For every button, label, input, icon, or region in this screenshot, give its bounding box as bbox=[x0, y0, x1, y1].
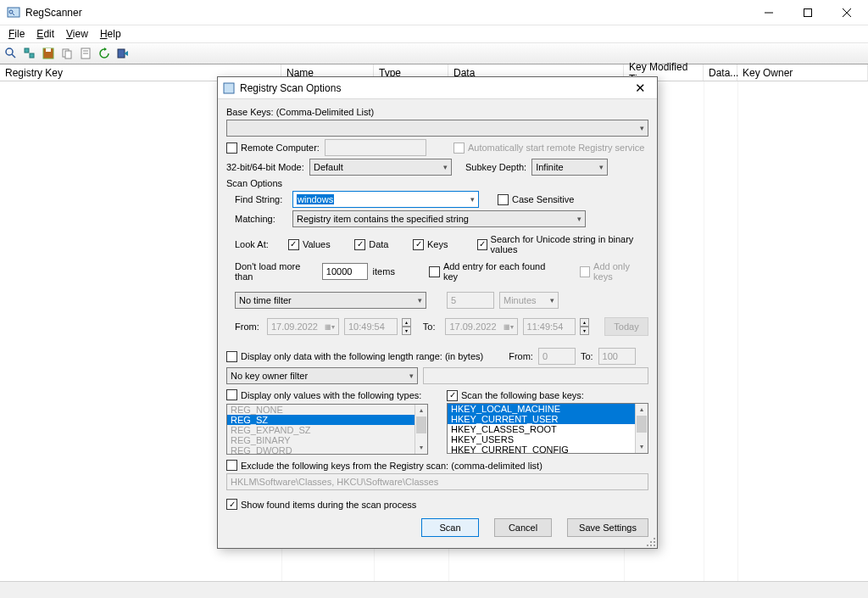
toolbar-properties-icon[interactable] bbox=[78, 46, 93, 61]
matching-label: Matching: bbox=[235, 214, 287, 224]
svg-line-8 bbox=[12, 54, 15, 58]
list-item: REG_BINARY bbox=[227, 435, 427, 445]
length-to-value: 100 bbox=[603, 351, 618, 361]
remote-computer-label: Remote Computer: bbox=[241, 143, 320, 153]
to-date-input: 17.09.2022▦▾ bbox=[445, 318, 517, 335]
exclude-keys-input: HKLM\Software\Classes, HKCU\Software\Cla… bbox=[226, 473, 648, 490]
items-label: items bbox=[373, 266, 395, 277]
menu-edit[interactable]: Edit bbox=[31, 26, 59, 42]
display-length-label: Display only data with the following len… bbox=[241, 351, 483, 361]
matching-combo[interactable]: Registry item contains the specified str… bbox=[292, 210, 586, 227]
mode-value: Default bbox=[314, 162, 343, 172]
svg-rect-4 bbox=[804, 8, 812, 16]
titlebar: RegScanner bbox=[0, 0, 868, 25]
add-entry-checkbox[interactable]: Add entry for each found key bbox=[429, 261, 556, 282]
list-item[interactable]: HKEY_CURRENT_USER bbox=[448, 414, 648, 424]
to-label: To: bbox=[423, 321, 441, 332]
key-owner-input bbox=[423, 367, 648, 384]
svg-point-7 bbox=[6, 48, 13, 55]
to-date-value: 17.09.2022 bbox=[449, 321, 496, 332]
unicode-checkbox[interactable]: Search for Unicode string in binary valu… bbox=[477, 234, 648, 254]
dont-load-label: Don't load more than bbox=[235, 261, 317, 282]
mode-label: 32-bit/64-bit Mode: bbox=[226, 162, 304, 172]
hkeys-listbox[interactable]: HKEY_LOCAL_MACHINE HKEY_CURRENT_USER HKE… bbox=[447, 403, 648, 454]
from-date-value: 17.09.2022 bbox=[271, 321, 318, 332]
scan-options-dialog: Registry Scan Options ✕ Base Keys: (Comm… bbox=[217, 76, 658, 549]
exclude-keys-checkbox[interactable]: Exclude the following keys from the Regi… bbox=[226, 460, 542, 471]
values-checkbox[interactable]: Values bbox=[288, 239, 331, 250]
list-item: REG_DWORD bbox=[227, 445, 427, 455]
key-owner-filter-value: No key owner filter bbox=[231, 371, 308, 381]
dialog-title: Registry Scan Options bbox=[240, 82, 628, 94]
remote-computer-input bbox=[325, 139, 426, 156]
max-items-input[interactable]: 10000 bbox=[322, 263, 368, 280]
scan-base-keys-checkbox[interactable]: Scan the following base keys: bbox=[447, 390, 584, 401]
scrollbar[interactable]: ▴▾ bbox=[635, 404, 648, 453]
length-from-value: 0 bbox=[542, 351, 548, 361]
show-found-checkbox[interactable]: Show found items during the scan process bbox=[226, 499, 416, 510]
menu-file[interactable]: File bbox=[3, 26, 30, 42]
matching-value: Registry item contains the specified str… bbox=[297, 214, 469, 224]
list-item[interactable]: HKEY_LOCAL_MACHINE bbox=[448, 404, 648, 414]
list-item[interactable]: HKEY_USERS bbox=[448, 434, 648, 444]
list-item: REG_EXPAND_SZ bbox=[227, 425, 427, 435]
dialog-close-button[interactable]: ✕ bbox=[628, 81, 652, 96]
data-checkbox[interactable]: Data bbox=[354, 239, 388, 250]
length-to-input: 100 bbox=[598, 348, 636, 365]
minimize-button[interactable] bbox=[749, 0, 788, 25]
scrollbar: ▴▾ bbox=[415, 405, 427, 454]
to-time-input: 11:49:54 bbox=[523, 318, 576, 335]
mode-combo[interactable]: Default▾ bbox=[309, 159, 452, 176]
list-item[interactable]: HKEY_CLASSES_ROOT bbox=[448, 424, 648, 434]
app-icon bbox=[7, 6, 20, 20]
menu-help[interactable]: Help bbox=[95, 26, 126, 42]
maximize-button[interactable] bbox=[788, 0, 827, 25]
toolbar-refresh-icon[interactable] bbox=[97, 46, 112, 61]
toolbar-exit-icon[interactable] bbox=[115, 46, 131, 61]
statusbar bbox=[0, 581, 868, 598]
toolbar bbox=[0, 42, 868, 64]
case-sensitive-checkbox[interactable]: Case Sensitive bbox=[498, 194, 574, 205]
case-sensitive-label: Case Sensitive bbox=[512, 194, 574, 204]
dialog-icon bbox=[223, 82, 235, 94]
add-only-keys-checkbox: Add only keys bbox=[580, 261, 648, 282]
find-string-input[interactable]: windows▾ bbox=[292, 191, 479, 208]
key-owner-filter-combo[interactable]: No key owner filter▾ bbox=[226, 367, 418, 384]
from-time-input: 10:49:54 bbox=[344, 318, 398, 335]
from-time-value: 10:49:54 bbox=[348, 321, 385, 332]
col-data-len[interactable]: Data... bbox=[704, 64, 737, 81]
svg-rect-19 bbox=[224, 83, 234, 93]
today-button: Today bbox=[604, 317, 648, 336]
show-found-label: Show found items during the scan process bbox=[241, 500, 416, 510]
list-item[interactable]: HKEY_CURRENT_CONFIG bbox=[448, 444, 648, 454]
keys-checkbox[interactable]: Keys bbox=[413, 239, 448, 250]
window-title: RegScanner bbox=[25, 7, 749, 19]
time-unit-value: Minutes bbox=[504, 295, 537, 305]
col-owner[interactable]: Key Owner bbox=[737, 64, 868, 81]
from-date-input: 17.09.2022▦▾ bbox=[267, 318, 339, 335]
auto-start-remote-label: Automatically start remote Registry serv… bbox=[468, 143, 644, 153]
remote-computer-checkbox[interactable]: Remote Computer: bbox=[226, 143, 320, 154]
cancel-button[interactable]: Cancel bbox=[494, 518, 552, 537]
toolbar-save-icon[interactable] bbox=[41, 46, 56, 61]
close-button[interactable] bbox=[827, 0, 866, 25]
menu-view[interactable]: View bbox=[61, 26, 93, 42]
svg-rect-9 bbox=[25, 48, 29, 53]
svg-rect-10 bbox=[30, 53, 34, 58]
data-label: Data bbox=[369, 239, 388, 249]
scan-button[interactable]: Scan bbox=[421, 518, 479, 537]
subkey-depth-combo[interactable]: Infinite▾ bbox=[531, 159, 608, 176]
dialog-titlebar: Registry Scan Options ✕ bbox=[218, 77, 657, 99]
save-settings-button[interactable]: Save Settings bbox=[567, 518, 648, 537]
subkey-depth-value: Infinite bbox=[536, 162, 563, 172]
display-types-checkbox[interactable]: Display only values with the following t… bbox=[226, 389, 421, 400]
base-keys-combo[interactable]: ▾ bbox=[226, 120, 648, 137]
from-label: From: bbox=[235, 321, 262, 332]
toolbar-scan-icon[interactable] bbox=[3, 46, 19, 61]
unicode-label: Search for Unicode string in binary valu… bbox=[491, 234, 648, 254]
time-filter-combo[interactable]: No time filter▾ bbox=[235, 292, 426, 309]
toolbar-copy-icon[interactable] bbox=[59, 46, 75, 61]
display-length-checkbox[interactable]: Display only data with the following len… bbox=[226, 351, 483, 362]
toolbar-registry-icon[interactable] bbox=[22, 46, 37, 61]
resize-grip[interactable] bbox=[645, 536, 655, 546]
